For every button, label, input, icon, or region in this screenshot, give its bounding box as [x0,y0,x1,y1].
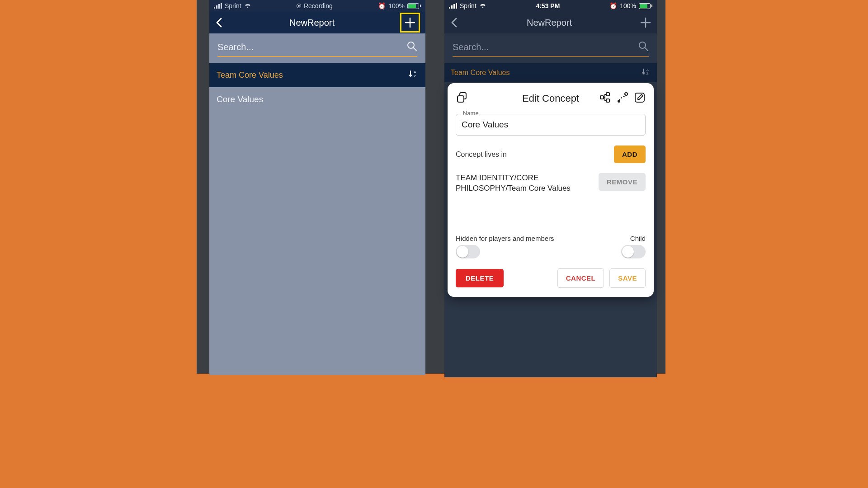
svg-rect-11 [606,93,609,96]
svg-text:Z: Z [414,74,416,78]
name-field-label: Name [461,110,481,117]
hidden-toggle-label: Hidden for players and members [456,235,554,242]
list-area[interactable]: Core Values [209,87,425,375]
svg-text:Z: Z [646,71,649,75]
status-bar: Sprint 4:53 PM ⏰ 100% [444,0,657,12]
edit-icon[interactable] [634,92,646,105]
page-title: NewReport [224,18,400,28]
svg-rect-9 [458,96,464,102]
section-title: Team Core Values [217,70,283,80]
list-item[interactable]: Core Values [209,87,425,112]
save-button[interactable]: SAVE [609,268,646,288]
search-bar [444,33,657,63]
diagram-icon[interactable] [599,92,611,105]
recording-label: Recording [304,2,333,9]
carrier-label: Sprint [225,2,241,9]
svg-line-5 [645,47,648,51]
battery-icon [407,3,421,9]
name-field[interactable] [456,114,646,136]
child-toggle[interactable] [621,245,646,258]
alarm-icon: ⏰ [378,2,386,9]
svg-rect-15 [635,93,644,102]
sort-icon[interactable]: AZ [642,68,651,78]
section-header[interactable]: Team Core Values AZ [209,63,425,87]
back-button[interactable] [215,17,224,28]
nav-bar: NewReport [444,12,657,33]
wifi-icon [244,2,251,9]
svg-rect-10 [600,96,604,99]
path-icon[interactable] [617,92,628,105]
add-button[interactable] [640,17,651,28]
signal-icon [214,3,222,9]
add-location-button[interactable]: ADD [614,145,646,163]
battery-icon [639,3,652,9]
status-bar: Sprint Recording ⏰ 100% [209,0,425,12]
remove-location-button[interactable]: REMOVE [599,173,646,191]
battery-pct: 100% [620,2,636,9]
delete-button[interactable]: DELETE [456,269,504,287]
wifi-icon [479,2,486,9]
clock-label: 4:53 PM [536,2,560,9]
concept-path-text: TEAM IDENTITY/CORE PHILOSOPHY/Team Core … [456,173,592,194]
sort-icon[interactable]: AZ [408,70,418,81]
nav-bar: NewReport [209,12,425,33]
cancel-button[interactable]: CANCEL [557,268,604,288]
svg-rect-12 [606,99,609,102]
page-title: NewReport [459,18,640,28]
back-button[interactable] [450,17,459,28]
carrier-label: Sprint [460,2,476,9]
edit-concept-modal: Edit Concept Name Conc [448,83,654,297]
search-icon[interactable] [406,41,417,53]
screenshot-stage: Sprint Recording ⏰ 100% NewReport [197,0,665,374]
svg-line-1 [413,47,416,51]
section-header[interactable]: Team Core Values AZ [444,63,657,82]
modal-title: Edit Concept [499,93,602,104]
copy-icon[interactable] [456,91,468,106]
signal-icon [449,3,457,9]
hidden-toggle[interactable] [456,245,480,258]
phone-left: Sprint Recording ⏰ 100% NewReport [209,0,425,374]
phone-right: Sprint 4:53 PM ⏰ 100% NewReport [444,0,657,374]
recording-icon [297,4,301,8]
search-icon[interactable] [638,41,649,53]
alarm-icon: ⏰ [609,2,617,9]
section-title: Team Core Values [451,69,509,77]
search-input[interactable] [217,42,387,52]
battery-pct: 100% [388,2,405,9]
search-input[interactable] [453,42,619,52]
search-bar [209,33,425,63]
concept-lives-in-label: Concept lives in [456,150,507,159]
add-button-highlighted[interactable] [400,13,420,33]
child-toggle-label: Child [630,235,646,242]
svg-text:A: A [414,70,416,74]
